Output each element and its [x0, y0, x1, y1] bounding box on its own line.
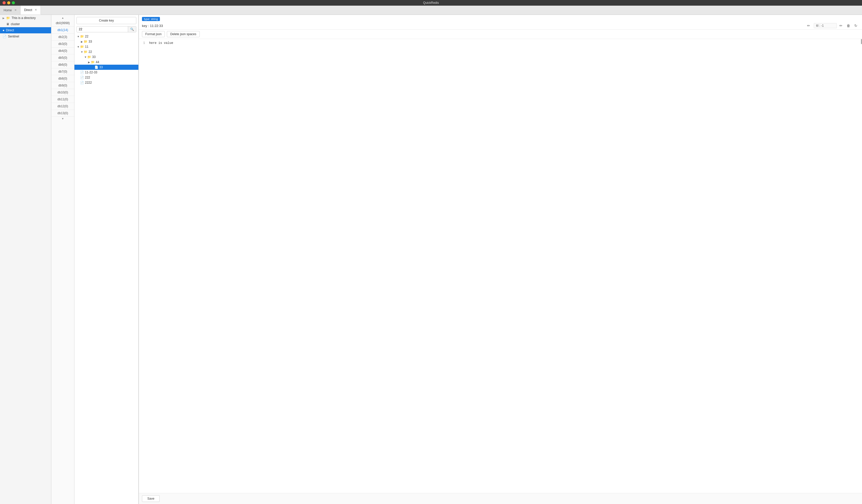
tab-home-label: Home: [4, 9, 12, 12]
search-icon[interactable]: 🔍: [128, 26, 136, 32]
tree-label-11: 11: [85, 45, 88, 49]
tab-home[interactable]: Home ✕: [0, 6, 21, 15]
tab-home-close[interactable]: ✕: [14, 9, 17, 12]
sentinel-icon: 📄: [3, 35, 6, 38]
code-editor[interactable]: 1 here is value: [139, 39, 862, 493]
search-input[interactable]: [77, 26, 128, 32]
db-item-5[interactable]: db5(0): [51, 54, 74, 61]
action-bar: Format json Delete json spaces: [139, 29, 862, 39]
sidebar-item-direct[interactable]: ● Direct: [0, 27, 51, 34]
type-badge: type: string: [142, 17, 160, 21]
db-item-6[interactable]: db6(0): [51, 61, 74, 68]
code-line-1: 1 here is value: [139, 41, 862, 45]
search-bar: 🔍: [77, 26, 136, 32]
key-icon: 📄: [80, 81, 84, 84]
line-number-1: 1: [139, 41, 149, 45]
db-item-1[interactable]: db1(14): [51, 27, 74, 34]
db-item-7[interactable]: db7(0): [51, 68, 74, 75]
db-item-3[interactable]: db3(0): [51, 41, 74, 48]
tree-arrow-44: ▶: [87, 61, 91, 64]
format-json-button[interactable]: Format json: [142, 31, 165, 37]
tab-direct-close[interactable]: ✕: [35, 8, 37, 12]
direct-icon: ●: [3, 28, 4, 32]
key-name: key : 11:22:33: [142, 24, 804, 28]
db-scroll-down[interactable]: ▼: [51, 117, 74, 121]
tree-arrow-33-under-22-11: ▼: [84, 56, 87, 58]
tree-label-11-22-33: 11-22-33: [85, 70, 97, 74]
close-button[interactable]: [3, 1, 6, 4]
sidebar: ▶ 📁 This is a directory 🖥 cluster ● Dire…: [0, 15, 51, 504]
key-edit-button[interactable]: ✏: [806, 23, 812, 28]
sidebar-item-sentinel-label: Sentinel: [8, 35, 19, 38]
folder-icon: 📁: [84, 50, 88, 54]
sidebar-item-directory[interactable]: ▶ 📁 This is a directory: [0, 15, 51, 21]
save-bar: Save: [139, 493, 862, 504]
scrollbar-indicator: [861, 39, 862, 44]
tree-label-2222: 2222: [85, 81, 92, 84]
ttl-edit-button[interactable]: ✏: [838, 23, 844, 28]
window-title: QuickRedis: [423, 1, 439, 5]
key-icon: 📄: [80, 76, 84, 79]
traffic-lights: [3, 1, 15, 4]
tree-row-33-key[interactable]: 📄 33: [75, 65, 138, 70]
maximize-button[interactable]: [12, 1, 15, 4]
tree-row-33-under-22-11[interactable]: ▼ 📁 33: [75, 54, 138, 59]
value-panel: type: string key : 11:22:33 ✏ ttl : -1 ✏…: [139, 15, 862, 504]
tab-direct[interactable]: Direct ✕: [21, 6, 41, 15]
line-content-1: here is value: [149, 41, 173, 45]
tree-row-222[interactable]: 📄 222: [75, 75, 138, 80]
minimize-button[interactable]: [7, 1, 10, 4]
folder-icon: 📁: [80, 35, 84, 38]
keylist-panel: Create key 🔍 ▼ 📁 22 ▶ 📁 33: [75, 15, 139, 504]
db-item-2[interactable]: db2(3): [51, 34, 74, 41]
db-item-13[interactable]: db13(0): [51, 110, 74, 117]
tree-row-22-root[interactable]: ▼ 📁 22: [75, 34, 138, 39]
db-item-9[interactable]: db9(0): [51, 82, 74, 89]
key-info-bar: key : 11:22:33 ✏ ttl : -1 ✏ 🗑 ↻: [139, 22, 862, 29]
save-button[interactable]: Save: [142, 495, 160, 502]
db-scroll-up[interactable]: ▲: [51, 16, 74, 20]
folder-icon: 📁: [84, 40, 88, 43]
tree-label-33-under-22-11: 33: [92, 55, 95, 59]
folder-icon: 📁: [91, 60, 95, 64]
titlebar: QuickRedis: [0, 0, 862, 6]
tree-row-11-22-33[interactable]: 📄 11-22-33: [75, 70, 138, 75]
refresh-button[interactable]: ↻: [853, 23, 859, 28]
db-item-8[interactable]: db8(0): [51, 75, 74, 82]
db-item-12[interactable]: db12(0): [51, 103, 74, 110]
sidebar-item-cluster[interactable]: 🖥 cluster: [0, 21, 51, 27]
folder-icon: 📁: [87, 55, 91, 59]
directory-icon: 📁: [6, 16, 10, 20]
tree-row-33-under-22-root[interactable]: ▶ 📁 33: [75, 39, 138, 44]
key-icon: 📄: [80, 70, 84, 74]
tree-label-33-key: 33: [99, 65, 103, 69]
db-item-11[interactable]: db11(0): [51, 96, 74, 103]
sidebar-item-sentinel[interactable]: 📄 Sentinel: [0, 34, 51, 40]
db-item-4[interactable]: db4(0): [51, 48, 74, 54]
tree-label-33-under-22-root: 33: [89, 40, 92, 43]
tab-direct-label: Direct: [24, 8, 32, 12]
tree-row-22-under-11[interactable]: ▼ 📁 22: [75, 49, 138, 54]
tree-row-44[interactable]: ▶ 📁 44: [75, 59, 138, 65]
tree-arrow-22-root: ▼: [77, 35, 80, 38]
tree-row-11[interactable]: ▼ 📁 11: [75, 44, 138, 49]
tree-label-44: 44: [96, 60, 99, 64]
sidebar-item-cluster-label: cluster: [11, 22, 20, 26]
cluster-icon: 🖥: [6, 22, 9, 26]
db-item-10[interactable]: db10(0): [51, 89, 74, 96]
tree-arrow-22-under-11: ▼: [80, 51, 84, 53]
create-key-button[interactable]: Create key: [77, 17, 136, 24]
tree-label-22-under-11: 22: [89, 50, 92, 54]
db-item-0[interactable]: db0(9998): [51, 20, 74, 27]
delete-json-spaces-button[interactable]: Delete json spaces: [167, 31, 199, 37]
tree-label-22-root: 22: [85, 35, 88, 38]
delete-key-button[interactable]: 🗑: [845, 23, 852, 28]
tree-row-2222[interactable]: 📄 2222: [75, 80, 138, 85]
directory-arrow: ▶: [3, 17, 5, 19]
main-layout: ▶ 📁 This is a directory 🖥 cluster ● Dire…: [0, 15, 862, 504]
tree-label-222: 222: [85, 76, 90, 79]
folder-icon: 📁: [80, 45, 84, 49]
ttl-section: ttl : -1 ✏ 🗑 ↻: [814, 23, 859, 28]
sidebar-item-direct-label: Direct: [6, 28, 14, 32]
sidebar-item-directory-label: This is a directory: [12, 16, 36, 20]
